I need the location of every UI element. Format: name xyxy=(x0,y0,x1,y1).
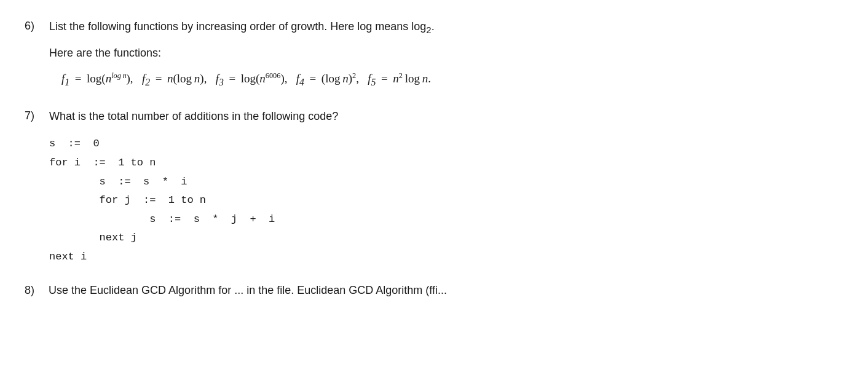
q8-partial-text: 8) Use the Euclidean GCD Algorithm for .… xyxy=(25,284,447,296)
code-line-6: next j xyxy=(49,229,843,248)
code-line-4: for j := 1 to n xyxy=(49,191,843,210)
code-line-5: s := s * j + i xyxy=(49,210,843,229)
code-line-1: s := 0 xyxy=(49,135,843,154)
code-line-3: s := s * i xyxy=(49,173,843,192)
question-8-partial: 8) Use the Euclidean GCD Algorithm for .… xyxy=(25,284,843,298)
question-7-header: 7) What is the total number of additions… xyxy=(25,108,843,125)
q6-here-are: Here are the functions: xyxy=(49,47,843,60)
code-line-7: next i xyxy=(49,248,843,267)
q7-code: s := 0 for i := 1 to n s := s * i for j … xyxy=(49,135,843,266)
question-6: 6) List the following functions by incre… xyxy=(25,18,843,91)
log-subscript: 2 xyxy=(426,25,431,35)
question-6-header: 6) List the following functions by incre… xyxy=(25,18,843,37)
q7-number: 7) xyxy=(25,108,49,122)
q6-formula: f1 = log(nlog n), f2 = n(log n), f3 = lo… xyxy=(61,68,843,91)
q6-number: 6) xyxy=(25,18,49,33)
q7-text: What is the total number of additions in… xyxy=(49,108,338,125)
question-7: 7) What is the total number of additions… xyxy=(25,108,843,266)
q6-text: List the following functions by increasi… xyxy=(49,18,435,37)
code-line-2: for i := 1 to n xyxy=(49,154,843,173)
